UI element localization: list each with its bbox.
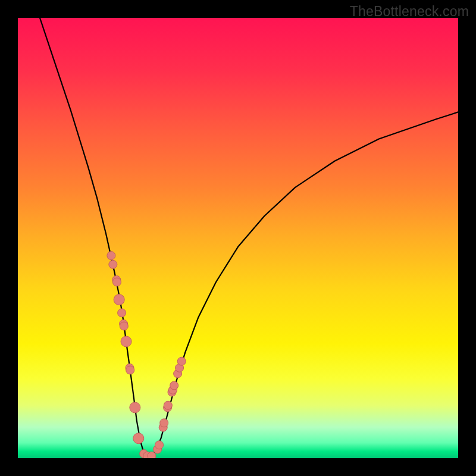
calibration-point xyxy=(170,381,178,390)
watermark-label: TheBottleneck.com xyxy=(350,4,469,20)
calibration-point xyxy=(177,357,186,365)
calibration-point xyxy=(109,260,117,268)
calibration-point xyxy=(118,309,126,317)
calibration-point xyxy=(160,419,168,427)
calibration-point xyxy=(155,441,164,449)
calibration-point xyxy=(114,295,124,305)
calibration-point xyxy=(133,433,144,444)
calibration-point xyxy=(107,252,115,260)
calibration-points xyxy=(18,18,458,458)
plot-area xyxy=(18,18,458,458)
calibration-point xyxy=(120,322,128,330)
calibration-point xyxy=(164,401,172,409)
calibration-point xyxy=(121,336,131,347)
calibration-point xyxy=(126,366,134,374)
chart-frame: TheBottleneck.com xyxy=(0,0,476,476)
calibration-point xyxy=(130,402,140,413)
calibration-point xyxy=(113,278,121,286)
